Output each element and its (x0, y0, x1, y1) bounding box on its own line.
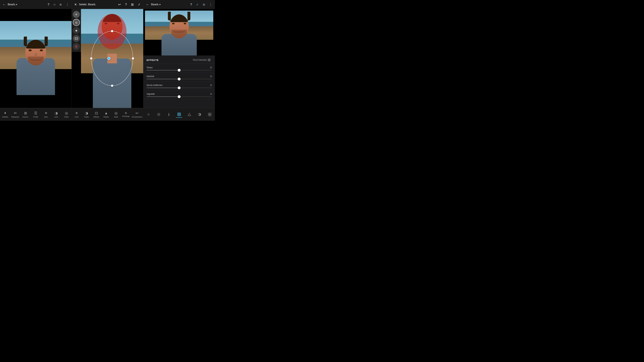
bottom-icon-sun-small[interactable] (145, 111, 152, 118)
more-icon-3[interactable]: ⋮ (208, 2, 213, 7)
undo-icon[interactable]: ↩ (118, 2, 122, 7)
tool2-farbe[interactable]: ◑ Farbe (82, 111, 90, 118)
details2-icon: ▲ (104, 111, 108, 115)
panel1-photo (0, 21, 72, 95)
panel2-left-sidebar: + ◎ ◈ 🗑 (72, 9, 81, 52)
svg-rect-11 (209, 60, 210, 61)
back-button-3[interactable]: ← (145, 2, 150, 7)
dropdown-icon[interactable]: ▾ (16, 3, 17, 6)
help-icon[interactable]: ? (47, 2, 50, 7)
panel1-image-area (0, 9, 72, 108)
textur-slider-group: Textur 0 (143, 64, 215, 73)
more-icon[interactable]: ⋮ (65, 2, 70, 7)
panel1-header: ← Bearb. ▾ ? ○ ⎋ ⋮ (0, 0, 72, 9)
textur-value: 0 (208, 66, 212, 69)
textur-track[interactable] (146, 70, 212, 70)
zuschn-label: Zuschn. (22, 116, 29, 118)
share-icon[interactable]: ⎋ (59, 2, 62, 7)
licht-icon: ◑ (55, 111, 58, 115)
textur-thumb[interactable] (178, 69, 180, 72)
farbe-label: Farbe (64, 116, 69, 118)
tool-zuschn[interactable]: ⊞ Zuschn. (22, 111, 30, 118)
panel-effects: ← Bearb. ▾ ? ✓ ⎋ ⋮ (143, 0, 215, 121)
sidebar-gradient-btn[interactable] (73, 35, 80, 42)
reparatur-label: Reparatur (12, 116, 19, 118)
farbe2-icon: ◑ (85, 111, 88, 115)
panel3-title: Bearb. ▾ (151, 3, 160, 6)
sidebar-add-btn[interactable]: + (73, 11, 80, 18)
svg-point-4 (111, 85, 113, 87)
vignette-thumb[interactable] (178, 95, 180, 98)
panel-edit-1: ← Bearb. ▾ ? ○ ⎋ ⋮ (0, 0, 72, 121)
auto-icon: ☀ (44, 111, 48, 115)
svg-rect-35 (208, 113, 210, 114)
sidebar-delete-btn[interactable]: 🗑 (73, 43, 80, 50)
contrast-icon (198, 113, 201, 116)
dropdown-icon-3[interactable]: ▾ (160, 3, 160, 6)
profile-icon: ☰ (34, 111, 37, 115)
teiltonung-button[interactable]: TEILTONUNG (191, 58, 212, 62)
panel2-header: ✕ Selekt. Bearb. ↩ ? ⊞ ✓ (72, 0, 143, 9)
tool-reparatur[interactable]: ✏ Reparatur (12, 111, 20, 118)
tool2-licht[interactable]: ☀ Licht (73, 111, 81, 118)
zuruecksetzen2-label: Zurücksetzen (132, 116, 142, 118)
help-icon-3[interactable]: ? (190, 2, 192, 7)
svg-point-3 (111, 30, 113, 32)
svg-rect-9 (209, 59, 210, 60)
vignette-slider-group: Vignette 0 (143, 90, 215, 99)
zuschn-icon: ⊞ (24, 111, 27, 115)
effects-title: EFFEKTE (146, 59, 158, 62)
share-icon-3[interactable]: ⎋ (202, 2, 206, 7)
tool2-details[interactable]: ▲ Details (102, 111, 110, 118)
bottom-icon-sun[interactable] (156, 111, 162, 118)
grid-icon-bottom (208, 113, 212, 116)
auto-label: Auto (44, 116, 48, 118)
tool-auto[interactable]: ☀ Auto (42, 111, 50, 118)
close-button[interactable]: ✕ (74, 2, 78, 7)
check-icon-3[interactable]: ✓ (196, 2, 200, 7)
help-icon-2[interactable]: ? (124, 2, 128, 7)
dunst-thumb[interactable] (178, 86, 180, 89)
panel2-header-icons: ↩ ? ⊞ ✓ (118, 2, 141, 7)
tool-selektiv[interactable]: ✦ Selektiv (1, 111, 9, 118)
tool-profile[interactable]: ☰ Profile (32, 111, 40, 118)
selektiv-label: Selektiv (2, 116, 8, 118)
bottom-icon-contrast[interactable] (196, 111, 203, 118)
textur-label: Textur (146, 66, 153, 69)
klarheit-track[interactable] (146, 79, 212, 79)
tool-farbe[interactable]: ◎ Farbe (62, 111, 70, 118)
bottom-icon-triangle[interactable] (186, 111, 192, 118)
panel3-photo-area (143, 9, 215, 56)
teiltonung-label: TEILTONUNG (192, 59, 207, 61)
reparatur-icon: ✏ (14, 111, 17, 115)
svg-point-5 (90, 58, 92, 60)
bottom-icon-thermometer[interactable] (166, 111, 172, 118)
svg-line-24 (160, 113, 160, 114)
tool2-zuruecksetzen[interactable]: ↩ Zurücksetzen (132, 111, 142, 118)
bottom-icon-grid[interactable] (206, 111, 213, 118)
check-icon[interactable]: ✓ (137, 2, 141, 7)
sidebar-radial-btn[interactable]: ◎ (73, 19, 80, 26)
tool2-optik[interactable]: ◎ Optik (112, 111, 120, 118)
back-button[interactable]: ← (2, 2, 6, 7)
panel2-bottom-toolbar: ☀ Licht ◑ Farbe ⊡ Effekte ▲ Details ◎ Op… (72, 108, 143, 121)
compare-icon[interactable]: ⊞ (130, 2, 134, 7)
svg-point-12 (148, 114, 149, 115)
effekte2-label: Effekte (94, 116, 99, 118)
klarheit-thumb[interactable] (178, 78, 180, 80)
dunst-value: 0 (208, 84, 212, 86)
bottom-icon-frame[interactable] (176, 111, 182, 118)
vignette-track[interactable] (146, 96, 212, 97)
triangle-icon (188, 113, 191, 116)
selective-edit-svg (81, 9, 143, 108)
tool2-effekte[interactable]: ⊡ Effekte (92, 111, 100, 118)
svg-rect-36 (210, 113, 211, 114)
sidebar-brush-btn[interactable]: ◈ (73, 27, 80, 34)
tool-licht[interactable]: ◑ Licht (52, 111, 60, 118)
klarheit-value: 0 (208, 75, 212, 78)
tool2-vorherige[interactable]: ⚙ Vorherige (122, 112, 130, 117)
svg-line-22 (158, 113, 158, 114)
vignette-value: 0 (208, 93, 212, 95)
svg-marker-33 (188, 113, 191, 116)
dunst-track[interactable] (146, 88, 212, 88)
